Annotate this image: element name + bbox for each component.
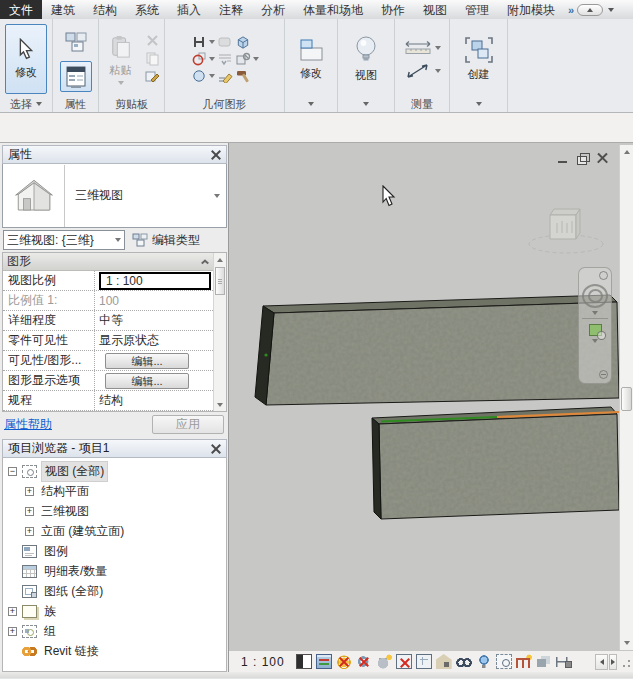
resize-grip[interactable] — [619, 654, 633, 670]
tree-item-label[interactable]: 结构平面 — [38, 482, 92, 501]
navigation-bar[interactable] — [578, 267, 612, 384]
wall-joins-icon[interactable] — [216, 52, 233, 67]
temporary-view-properties-icon[interactable] — [496, 654, 512, 669]
zoom-tool-icon[interactable] — [589, 324, 602, 336]
tree-item[interactable]: +组 — [3, 621, 226, 641]
tab-注释[interactable]: 注释 — [210, 0, 252, 19]
copy-icon[interactable] — [144, 52, 161, 67]
tree-item[interactable]: 明细表/数量 — [3, 561, 226, 581]
property-value[interactable]: 1 : 100 — [99, 272, 211, 290]
section-graphics[interactable]: 图形 — [3, 253, 213, 271]
tree-item-label[interactable]: 立面 (建筑立面) — [38, 522, 127, 541]
ribbon-minimize-dropdown-icon[interactable] — [608, 8, 614, 12]
apply-button[interactable]: 应用 — [152, 415, 224, 434]
expand-icon[interactable]: + — [25, 487, 34, 496]
cut-circle-dropdown-icon[interactable] — [208, 57, 215, 61]
tab-系统[interactable]: 系统 — [126, 0, 168, 19]
tree-item-label[interactable]: 明细表/数量 — [41, 562, 110, 581]
browser-close-icon[interactable] — [211, 444, 221, 454]
demolish-hammer-icon[interactable] — [234, 69, 251, 84]
tab-协作[interactable]: 协作 — [372, 0, 414, 19]
panel-properties-label[interactable]: 属性 — [53, 96, 98, 112]
tree-item[interactable]: −视图 (全部) — [3, 461, 226, 481]
panel-create-label[interactable] — [450, 96, 507, 112]
properties-close-icon[interactable] — [211, 150, 221, 160]
type-selector[interactable]: 三维视图 — [2, 164, 227, 228]
reveal-constraints-icon[interactable] — [556, 654, 572, 669]
displacement-sets-icon[interactable] — [536, 654, 552, 669]
tab-附加模块[interactable]: 附加模块 — [498, 0, 564, 19]
property-value[interactable]: 结构 — [99, 392, 123, 409]
join-geometry-icon[interactable] — [190, 69, 207, 84]
tree-item-label[interactable]: 族 — [41, 602, 59, 621]
demolish-dropdown-icon[interactable] — [252, 57, 259, 61]
panel-geometry-label[interactable]: 几何图形 — [165, 96, 284, 112]
section-collapse-icon[interactable] — [201, 258, 209, 266]
expand-icon[interactable]: + — [8, 607, 17, 616]
view-minimize-icon[interactable] — [556, 153, 569, 164]
rendering-dialog-icon[interactable] — [376, 654, 392, 669]
cut-icon[interactable] — [144, 34, 161, 49]
properties-help-link[interactable]: 属性帮助 — [4, 416, 52, 433]
measure-between-refs-icon[interactable] — [403, 63, 433, 78]
tree-item-label[interactable]: 三维视图 — [38, 502, 92, 521]
type-properties-button[interactable] — [60, 26, 92, 57]
scale-icon[interactable] — [296, 654, 312, 669]
property-value[interactable]: 编辑... — [105, 373, 189, 389]
prop-scroll-down-icon[interactable] — [214, 398, 226, 411]
viewcube[interactable] — [529, 209, 603, 253]
tree-item-label[interactable]: Revit 链接 — [41, 642, 102, 661]
create-panel-button[interactable]: 创建 — [458, 24, 500, 94]
measure-between-dropdown-icon[interactable] — [434, 69, 441, 73]
properties-palette-button[interactable] — [60, 61, 92, 92]
properties-header[interactable]: 属性 — [2, 145, 227, 164]
match-type-icon[interactable] — [144, 70, 161, 85]
drawing-area[interactable]: 1 : 100 — [229, 143, 633, 672]
beam-2[interactable] — [369, 405, 619, 527]
tree-item[interactable]: 图例 — [3, 541, 226, 561]
steering-wheel-icon[interactable] — [582, 284, 608, 308]
scroll-down-icon[interactable] — [620, 636, 633, 650]
hscroll-right-icon[interactable] — [609, 654, 617, 670]
sun-path-off-icon[interactable] — [336, 654, 352, 669]
analytical-model-icon[interactable] — [516, 654, 532, 669]
cut-geometry-icon[interactable] — [190, 35, 207, 50]
property-value[interactable]: 中等 — [99, 312, 123, 329]
type-selector-dropdown-icon[interactable] — [208, 194, 226, 198]
measure-linear-icon[interactable] — [403, 40, 433, 55]
scroll-thumb[interactable] — [621, 387, 632, 411]
apply-coping-icon[interactable] — [216, 35, 233, 50]
vertical-scrollbar[interactable] — [619, 145, 633, 650]
paint-icon[interactable] — [216, 69, 233, 84]
property-value[interactable]: 编辑... — [105, 353, 189, 369]
tree-item-label[interactable]: 图例 — [41, 542, 71, 561]
ribbon-minimize-button[interactable] — [577, 4, 603, 16]
tree-item-label[interactable]: 图纸 (全部) — [41, 582, 106, 601]
tab-管理[interactable]: 管理 — [456, 0, 498, 19]
scroll-up-icon[interactable] — [620, 145, 633, 159]
expand-icon[interactable]: + — [8, 627, 17, 636]
tree-item[interactable]: Revit 链接 — [3, 641, 226, 661]
wheel-dropdown-icon[interactable] — [592, 311, 598, 315]
tree-item[interactable]: +族 — [3, 601, 226, 621]
properties-scrollbar[interactable] — [213, 253, 226, 411]
view-close-icon[interactable] — [596, 153, 609, 164]
collapse-icon[interactable]: − — [8, 467, 17, 476]
panel-modify-label[interactable] — [285, 96, 337, 112]
expand-icon[interactable]: + — [25, 507, 34, 516]
tab-分析[interactable]: 分析 — [252, 0, 294, 19]
expand-icon[interactable]: + — [25, 527, 34, 536]
cut-geometry-dropdown-icon[interactable] — [208, 40, 215, 44]
tab-视图[interactable]: 视图 — [414, 0, 456, 19]
tab-结构[interactable]: 结构 — [84, 0, 126, 19]
tree-item[interactable]: +结构平面 — [3, 481, 226, 501]
view-panel-button[interactable]: 视图 — [345, 24, 387, 94]
measure-linear-dropdown-icon[interactable] — [434, 46, 441, 50]
panel-measure-label[interactable]: 测量 — [395, 96, 449, 112]
reveal-hidden-icon[interactable] — [476, 654, 492, 669]
temporary-hide-isolate-icon[interactable] — [456, 654, 472, 669]
demolish-box-icon[interactable] — [234, 52, 251, 67]
detail-level-icon[interactable] — [316, 654, 332, 669]
tab-建筑[interactable]: 建筑 — [42, 0, 84, 19]
tree-item[interactable]: +三维视图 — [3, 501, 226, 521]
